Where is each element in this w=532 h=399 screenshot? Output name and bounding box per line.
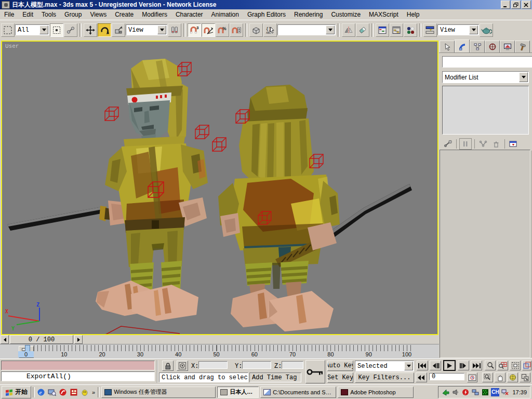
dropdown-arrow-icon[interactable]: [39, 25, 48, 34]
zoom-extents-button[interactable]: [510, 361, 521, 370]
bone-outline[interactable]: [105, 326, 180, 334]
track-bar-ruler[interactable]: [26, 345, 415, 351]
min-max-toggle-button[interactable]: [520, 373, 530, 382]
menu-item-file[interactable]: File: [0, 9, 18, 20]
tab-utilities[interactable]: [515, 41, 530, 52]
quicklaunch-desktop-icon[interactable]: [47, 388, 57, 397]
make-unique-button[interactable]: [477, 139, 489, 149]
reference-coordinate-dropdown[interactable]: View: [126, 24, 167, 35]
task-button-2[interactable]: 日本人模型.max - 3ds...: [217, 387, 259, 398]
keyboard-shortcut-override-button[interactable]: [249, 23, 263, 37]
schematic-view-button[interactable]: [390, 23, 403, 37]
auto-key-button[interactable]: Auto Key: [327, 361, 353, 371]
tray-graphics-icon[interactable]: [461, 388, 470, 396]
zoom-button[interactable]: [485, 361, 496, 370]
pin-stack-button[interactable]: [442, 139, 454, 149]
tab-create[interactable]: [440, 41, 455, 52]
modifier-list-dropdown[interactable]: Modifier List: [442, 71, 529, 83]
play-animation-button[interactable]: [443, 360, 456, 371]
render-scene-button[interactable]: [423, 23, 437, 37]
object-name-field[interactable]: [442, 56, 532, 68]
x-coordinate-field[interactable]: [198, 361, 228, 369]
menu-item-maxscript[interactable]: MAXScript: [365, 9, 403, 20]
material-editor-button[interactable]: [404, 23, 417, 37]
configure-modifier-sets-button[interactable]: [508, 139, 519, 149]
mirror-button[interactable]: [342, 23, 355, 37]
add-time-tag[interactable]: Add Time Tag: [249, 373, 301, 382]
set-keys-button[interactable]: [305, 360, 325, 383]
menu-item-edit[interactable]: Edit: [18, 9, 37, 20]
quicklaunch-media-icon[interactable]: [58, 388, 68, 397]
soldier-model-front[interactable]: [7, 59, 208, 321]
dropdown-arrow-icon[interactable]: [404, 362, 413, 370]
select-object-button[interactable]: [50, 23, 63, 37]
menu-item-rendering[interactable]: Rendering: [290, 9, 327, 20]
minimize-button[interactable]: [501, 1, 510, 9]
tray-agent-icon[interactable]: [442, 388, 450, 396]
region-zoom-button[interactable]: [482, 373, 493, 382]
tab-modify[interactable]: [455, 39, 470, 52]
tray-disconnected-network-icon[interactable]: [501, 388, 509, 396]
tab-display[interactable]: [500, 41, 515, 52]
rectangular-selection-region-button[interactable]: [1, 23, 15, 37]
viewport-canvas[interactable]: Z X Y: [2, 42, 437, 334]
viewport-label[interactable]: User: [5, 43, 19, 49]
viewport-user[interactable]: User: [1, 41, 438, 335]
quicklaunch-ie-icon[interactable]: e: [36, 388, 46, 397]
time-slider-next-button[interactable]: [74, 335, 83, 344]
menu-item-modifiers[interactable]: Modifiers: [138, 9, 171, 20]
use-pivot-point-center-button[interactable]: [168, 23, 181, 37]
menu-item-tools[interactable]: Tools: [37, 9, 60, 20]
selection-lock-toggle[interactable]: [162, 361, 174, 371]
maxscript-listener-input[interactable]: [1, 361, 155, 370]
spinner-snap-button[interactable]: [230, 23, 243, 37]
task-button-1[interactable]: Windows 任务管理器: [101, 387, 216, 398]
time-slider-handle[interactable]: 0 / 100: [10, 335, 73, 344]
restore-button[interactable]: [511, 1, 521, 9]
tray-ime-indicator[interactable]: CH: [491, 388, 499, 396]
dropdown-arrow-icon[interactable]: [157, 25, 166, 34]
select-and-scale-button[interactable]: [112, 23, 125, 37]
set-key-button[interactable]: Set Key: [327, 373, 353, 383]
tray-matrix-icon[interactable]: [481, 388, 489, 396]
snap-toggle-button[interactable]: 3: [188, 23, 201, 37]
quicklaunch-cn-app-icon[interactable]: [69, 388, 78, 397]
zoom-all-button[interactable]: [497, 361, 508, 370]
time-slider-prev-button[interactable]: [1, 335, 9, 344]
soldier-model-back[interactable]: [218, 85, 412, 331]
curve-editor-button[interactable]: [376, 23, 389, 37]
dropdown-arrow-icon[interactable]: [326, 25, 335, 34]
dropdown-arrow-icon[interactable]: [469, 25, 478, 34]
percent-snap-button[interactable]: %: [216, 23, 229, 37]
tab-hierarchy[interactable]: [470, 41, 485, 52]
menu-item-create[interactable]: Create: [111, 9, 138, 20]
close-button[interactable]: [522, 1, 531, 9]
show-end-result-button[interactable]: [459, 138, 472, 150]
quicklaunch-messenger-icon[interactable]: [80, 388, 89, 397]
previous-frame-button[interactable]: [430, 361, 441, 370]
quicklaunch-overflow-chevron[interactable]: »: [91, 389, 96, 395]
task-button-4[interactable]: Adobe Photoshop: [338, 387, 414, 398]
go-to-end-button[interactable]: [471, 361, 482, 370]
menu-item-customize[interactable]: Customize: [327, 9, 365, 20]
menu-item-group[interactable]: Group: [60, 9, 86, 20]
angle-snap-button[interactable]: [202, 23, 215, 37]
tab-motion[interactable]: [485, 41, 500, 52]
go-to-start-button[interactable]: [417, 361, 428, 370]
menu-item-character[interactable]: Character: [171, 9, 207, 20]
tray-volume-icon[interactable]: [451, 388, 460, 396]
previous-key-button[interactable]: [416, 373, 427, 382]
named-selection-sets-button[interactable]: {}ABC: [263, 23, 277, 37]
z-coordinate-field[interactable]: [282, 361, 303, 369]
menu-item-graph-editors[interactable]: Graph Editors: [243, 9, 290, 20]
start-button[interactable]: 开始: [2, 386, 31, 398]
select-and-link-button[interactable]: [64, 23, 77, 37]
arc-rotate-button[interactable]: [507, 373, 518, 382]
current-frame-field[interactable]: [429, 373, 464, 380]
dropdown-arrow-icon[interactable]: [519, 72, 528, 82]
selection-filter-dropdown[interactable]: All: [15, 24, 49, 35]
tray-network-icon[interactable]: [471, 388, 480, 396]
pan-view-button[interactable]: [495, 373, 506, 382]
menu-item-animation[interactable]: Animation: [207, 9, 243, 20]
menu-item-views[interactable]: Views: [86, 9, 111, 20]
